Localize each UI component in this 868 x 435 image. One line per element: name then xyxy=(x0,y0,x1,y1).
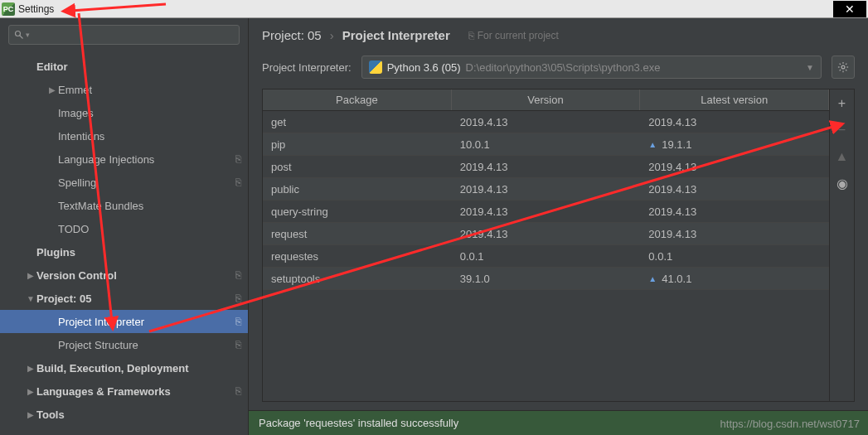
table-row[interactable]: requestes0.0.10.0.1 xyxy=(263,245,829,268)
table-row[interactable]: post2019.4.132019.4.13 xyxy=(263,156,829,178)
package-toolbar: + − ▲ ◉ xyxy=(829,89,854,401)
sidebar-item-label: Emmet xyxy=(58,84,241,96)
table-header: Package Version Latest version xyxy=(263,89,829,111)
cell-package: request xyxy=(263,228,452,240)
pycharm-icon: PC xyxy=(2,2,15,16)
breadcrumb-project[interactable]: Project: 05 xyxy=(262,28,322,42)
breadcrumb-sep: › xyxy=(330,28,334,42)
cell-version: 10.0.1 xyxy=(452,138,641,151)
sidebar-item-project-structure[interactable]: Project Structure⎘ xyxy=(0,333,248,356)
sidebar-item-language-injections[interactable]: Language Injections⎘ xyxy=(0,147,248,171)
sidebar-item-label: Spelling xyxy=(58,176,235,189)
svg-point-0 xyxy=(16,31,21,36)
copy-icon: ⎘ xyxy=(235,385,241,397)
gear-icon xyxy=(837,61,849,73)
sidebar-item-label: Intentions xyxy=(58,130,241,143)
sidebar-item-build-execution-deployment[interactable]: ▶Build, Execution, Deployment xyxy=(0,356,248,379)
chevron-icon: ▶ xyxy=(25,387,36,396)
upgrade-available-icon: ▲ xyxy=(648,274,657,283)
cell-version: 39.1.0 xyxy=(452,273,641,285)
svg-line-9 xyxy=(840,70,841,70)
interpreter-path: D:\editor\python3\05\Scripts\python3.exe xyxy=(466,61,661,74)
breadcrumb-page: Project Interpreter xyxy=(342,28,450,42)
sidebar-item-intentions[interactable]: Intentions xyxy=(0,124,248,147)
cell-version: 2019.4.13 xyxy=(452,205,641,218)
sidebar-item-label: Build, Execution, Deployment xyxy=(36,362,241,375)
copy-icon: ⎘ xyxy=(235,269,241,281)
sidebar-item-label: Version Control xyxy=(36,269,235,282)
copy-icon: ⎘ xyxy=(235,339,241,350)
table-row[interactable]: get2019.4.132019.4.13 xyxy=(263,111,829,133)
svg-line-7 xyxy=(840,64,841,65)
copy-icon: ⎘ xyxy=(235,153,241,165)
cell-latest: 2019.4.13 xyxy=(640,205,829,218)
search-input[interactable]: ▾ xyxy=(8,25,240,45)
col-latest[interactable]: Latest version xyxy=(640,89,829,110)
sidebar-item-label: Images xyxy=(58,107,241,119)
settings-tree[interactable]: Editor▶EmmetImagesIntentionsLanguage Inj… xyxy=(0,51,248,435)
close-button[interactable]: ✕ xyxy=(833,1,866,17)
sidebar-item-label: Editor xyxy=(36,60,241,73)
table-row[interactable]: request2019.4.132019.4.13 xyxy=(263,223,829,245)
chevron-icon: ▶ xyxy=(25,410,36,419)
sidebar-item-spelling[interactable]: Spelling⎘ xyxy=(0,171,248,194)
chevron-icon: ▼ xyxy=(25,294,36,303)
interpreter-settings-button[interactable] xyxy=(832,56,855,79)
upgrade-package-button[interactable]: ▲ xyxy=(833,147,851,166)
cell-package: query-string xyxy=(263,205,452,218)
interpreter-dropdown[interactable]: Python 3.6 (05) D:\editor\python3\05\Scr… xyxy=(361,56,822,79)
chevron-down-icon: ▾ xyxy=(26,31,30,39)
sidebar-item-todo[interactable]: TODO xyxy=(0,217,248,240)
sidebar-item-label: TODO xyxy=(58,223,241,235)
cell-package: post xyxy=(263,161,452,173)
sidebar-item-project-05[interactable]: ▼Project: 05⎘ xyxy=(0,287,248,310)
titlebar: PC Settings ✕ xyxy=(0,0,868,18)
sidebar-item-version-control[interactable]: ▶Version Control⎘ xyxy=(0,263,248,287)
cell-version: 0.0.1 xyxy=(452,250,641,263)
sidebar-item-emmet[interactable]: ▶Emmet xyxy=(0,78,248,101)
chevron-icon: ▶ xyxy=(25,271,36,280)
chevron-icon: ▶ xyxy=(46,85,58,94)
cell-package: requestes xyxy=(263,250,452,263)
add-package-button[interactable]: + xyxy=(833,94,851,113)
packages-table[interactable]: Package Version Latest version get2019.4… xyxy=(263,89,829,401)
table-row[interactable]: pip10.0.1▲19.1.1 xyxy=(263,133,829,156)
window-title: Settings xyxy=(18,3,54,15)
table-row[interactable]: setuptools39.1.0▲41.0.1 xyxy=(263,268,829,290)
sidebar-item-textmate-bundles[interactable]: TextMate Bundles xyxy=(0,194,248,217)
sidebar-item-editor[interactable]: Editor xyxy=(0,55,248,78)
interpreter-label: Project Interpreter: xyxy=(262,61,352,74)
col-version[interactable]: Version xyxy=(452,89,641,110)
chevron-down-icon: ▼ xyxy=(806,63,814,72)
table-row[interactable]: query-string2019.4.132019.4.13 xyxy=(263,201,829,223)
cell-latest: 2019.4.13 xyxy=(640,161,829,173)
table-row[interactable]: public2019.4.132019.4.13 xyxy=(263,178,829,201)
cell-version: 2019.4.13 xyxy=(452,228,641,240)
sidebar-item-tools[interactable]: ▶Tools xyxy=(0,403,248,426)
cell-version: 2019.4.13 xyxy=(452,183,641,196)
sidebar-item-project-interpreter[interactable]: Project Interpreter⎘ xyxy=(0,310,248,333)
search-icon xyxy=(14,30,24,40)
sidebar-item-label: Project: 05 xyxy=(36,292,235,305)
cell-latest: 2019.4.13 xyxy=(640,116,829,128)
sidebar-item-label: TextMate Bundles xyxy=(58,200,241,212)
svg-line-1 xyxy=(20,36,23,39)
copy-icon: ⎘ xyxy=(235,292,241,304)
svg-point-2 xyxy=(841,65,845,69)
breadcrumb: Project: 05 › Project Interpreter ⎘ For … xyxy=(249,18,868,49)
sidebar-item-languages-frameworks[interactable]: ▶Languages & Frameworks⎘ xyxy=(0,379,248,403)
sidebar-item-images[interactable]: Images xyxy=(0,101,248,124)
copy-icon: ⎘ xyxy=(468,30,474,41)
sidebar-item-label: Project Interpreter xyxy=(58,316,235,328)
copy-icon: ⎘ xyxy=(235,176,241,188)
sidebar-item-plugins[interactable]: Plugins xyxy=(0,240,248,263)
sidebar-item-label: Tools xyxy=(36,408,241,421)
col-package[interactable]: Package xyxy=(263,89,452,110)
cell-latest: ▲19.1.1 xyxy=(640,138,829,151)
remove-package-button[interactable]: − xyxy=(833,121,851,139)
cell-package: public xyxy=(263,183,452,196)
content-pane: Project: 05 › Project Interpreter ⎘ For … xyxy=(249,18,868,435)
show-early-releases-button[interactable]: ◉ xyxy=(833,174,851,192)
sidebar-item-label: Languages & Frameworks xyxy=(36,385,235,398)
cell-version: 2019.4.13 xyxy=(452,116,641,128)
